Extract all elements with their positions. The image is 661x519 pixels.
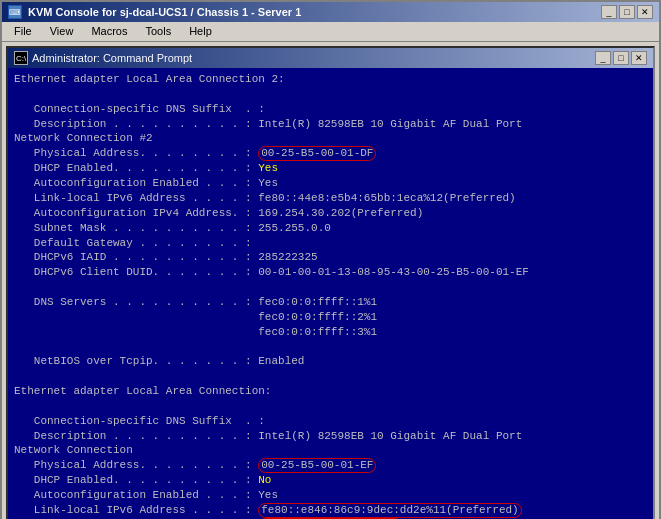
line-13: DHCPv6 IAID . . . . . . . . . . : 285222… — [14, 250, 647, 265]
title-bar: ⌨ KVM Console for sj-dcal-UCS1 / Chassis… — [2, 2, 659, 22]
line-11: Subnet Mask . . . . . . . . . . : 255.25… — [14, 221, 647, 236]
line-17: fec0:0:0:ffff::2%1 — [14, 310, 647, 325]
close-button[interactable]: ✕ — [637, 5, 653, 19]
line-24: Connection-specific DNS Suffix . : — [14, 414, 647, 429]
line-8: Autoconfiguration Enabled . . . : Yes — [14, 176, 647, 191]
line-25: Description . . . . . . . . . . : Intel(… — [14, 429, 647, 444]
console-icon: C:\ — [14, 51, 28, 65]
dhcp-yes-1: Yes — [258, 162, 278, 174]
menu-file[interactable]: File — [6, 23, 40, 40]
console-title-bar: C:\ Administrator: Command Prompt _ □ ✕ — [8, 48, 653, 68]
menu-view[interactable]: View — [42, 23, 82, 40]
line-23 — [14, 399, 647, 414]
console-title-left: C:\ Administrator: Command Prompt — [14, 51, 192, 65]
line-16: DNS Servers . . . . . . . . . . : fec0:0… — [14, 295, 647, 310]
line-15 — [14, 280, 647, 295]
console-controls: _ □ ✕ — [595, 51, 647, 65]
line-7: DHCP Enabled. . . . . . . . . . : Yes — [14, 161, 647, 176]
kvm-window: ⌨ KVM Console for sj-dcal-UCS1 / Chassis… — [0, 0, 661, 519]
minimize-button[interactable]: _ — [601, 5, 617, 19]
line-3: Connection-specific DNS Suffix . : — [14, 102, 647, 117]
physical-addr-1: 00-25-B5-00-01-DF — [258, 146, 376, 161]
line-4: Description . . . . . . . . . . : Intel(… — [14, 117, 647, 132]
console-close-button[interactable]: ✕ — [631, 51, 647, 65]
line-6: Physical Address. . . . . . . . : 00-25-… — [14, 146, 647, 161]
menu-macros[interactable]: Macros — [83, 23, 135, 40]
window-controls: _ □ ✕ — [601, 5, 653, 19]
menu-help[interactable]: Help — [181, 23, 220, 40]
line-20: NetBIOS over Tcpip. . . . . . . : Enable… — [14, 354, 647, 369]
maximize-button[interactable]: □ — [619, 5, 635, 19]
console-container: C:\ Administrator: Command Prompt _ □ ✕ … — [2, 42, 659, 519]
line-30: Link-local IPv6 Address . . . . : fe80::… — [14, 503, 647, 518]
line-21 — [14, 369, 647, 384]
line-10: Autoconfiguration IPv4 Address. : 169.25… — [14, 206, 647, 221]
menu-tools[interactable]: Tools — [137, 23, 179, 40]
line-1: Ethernet adapter Local Area Connection 2… — [14, 72, 647, 87]
console-inner: C:\ Administrator: Command Prompt _ □ ✕ … — [6, 46, 655, 519]
line-2 — [14, 87, 647, 102]
line-26: Network Connection — [14, 443, 647, 458]
menu-bar: File View Macros Tools Help — [2, 22, 659, 42]
line-18: fec0:0:0:ffff::3%1 — [14, 325, 647, 340]
dhcp-no-2: No — [258, 474, 271, 486]
line-29: Autoconfiguration Enabled . . . : Yes — [14, 488, 647, 503]
physical-addr-2: 00-25-B5-00-01-EF — [258, 458, 376, 473]
console-max-button[interactable]: □ — [613, 51, 629, 65]
line-22: Ethernet adapter Local Area Connection: — [14, 384, 647, 399]
line-14: DHCPv6 Client DUID. . . . . . . : 00-01-… — [14, 265, 647, 280]
kvm-icon: ⌨ — [8, 5, 22, 19]
line-28: DHCP Enabled. . . . . . . . . . : No — [14, 473, 647, 488]
line-12: Default Gateway . . . . . . . . : — [14, 236, 647, 251]
line-5: Network Connection #2 — [14, 131, 647, 146]
window-title: KVM Console for sj-dcal-UCS1 / Chassis 1… — [28, 6, 595, 18]
console-title: Administrator: Command Prompt — [32, 52, 192, 64]
line-27: Physical Address. . . . . . . . : 00-25-… — [14, 458, 647, 473]
console-min-button[interactable]: _ — [595, 51, 611, 65]
terminal: Ethernet adapter Local Area Connection 2… — [8, 68, 653, 519]
ipv6-addr-2: fe80::e846:86c9:9dec:dd2e%11(Preferred) — [258, 503, 521, 518]
line-19 — [14, 340, 647, 355]
line-9: Link-local IPv6 Address . . . . : fe80::… — [14, 191, 647, 206]
